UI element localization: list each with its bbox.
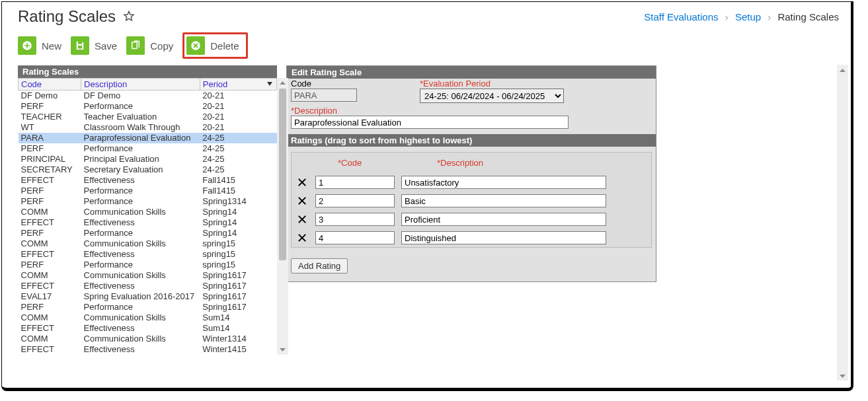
add-rating-button[interactable]: Add Rating: [291, 258, 348, 273]
cell-description: Paraprofessional Evaluation: [81, 133, 200, 143]
copy-button[interactable]: Copy: [126, 36, 173, 55]
save-button[interactable]: Save: [71, 36, 117, 55]
breadcrumb: Staff Evaluations › Setup › Rating Scale…: [644, 11, 839, 22]
rating-row[interactable]: [292, 192, 651, 210]
cell-description: Communication Skills: [81, 270, 200, 281]
table-row[interactable]: PERFPerformance20-21: [19, 101, 277, 112]
rating-code-input[interactable]: [315, 231, 395, 244]
cell-code: PRINCIPAL: [19, 154, 81, 164]
list-scrollbar[interactable]: [277, 78, 288, 355]
cell-code: COMM: [19, 312, 81, 323]
cell-description: Classroom Walk Through: [81, 122, 200, 133]
table-row[interactable]: COMMCommunication SkillsSpring1617: [19, 270, 277, 281]
cell-period: Spring1617: [200, 270, 276, 281]
table-row[interactable]: EFFECTEffectivenessSum14: [19, 323, 277, 334]
table-row[interactable]: EFFECTEffectivenessSpring1617: [19, 281, 277, 291]
scroll-down-icon[interactable]: [839, 372, 846, 379]
delete-row-icon[interactable]: [297, 196, 309, 206]
column-header-period[interactable]: Period: [200, 79, 276, 91]
table-row[interactable]: PERFPerformanceSpring1617: [19, 302, 277, 312]
cell-period: Winter1314: [200, 334, 276, 344]
cell-description: Performance: [81, 101, 200, 112]
table-row[interactable]: EFFECTEffectivenessspring15: [19, 249, 277, 260]
scrollbar-thumb[interactable]: [279, 89, 286, 260]
ratings-section-title: Ratings (drag to sort from highest to lo…: [287, 134, 656, 147]
code-input: [291, 89, 357, 102]
rating-row[interactable]: [292, 210, 651, 229]
toolbar: New Save Copy Delete: [2, 27, 851, 65]
rating-code-input[interactable]: [315, 194, 395, 207]
table-row[interactable]: PARAParaprofessional Evaluation24-25: [19, 133, 277, 143]
cell-code: COMM: [19, 334, 81, 344]
table-row[interactable]: WTClassroom Walk Through20-21: [19, 122, 277, 133]
scroll-up-icon[interactable]: [839, 66, 846, 73]
table-row[interactable]: PERFPerformanceSpring14: [19, 228, 277, 238]
page-scrollbar[interactable]: [837, 65, 848, 381]
cell-description: Communication Skills: [81, 334, 200, 344]
rating-description-input[interactable]: [401, 231, 606, 244]
cell-code: COMM: [19, 238, 81, 249]
cell-description: Performance: [81, 302, 200, 312]
cell-description: Communication Skills: [81, 238, 200, 249]
table-row[interactable]: PERFPerformancespring15: [19, 260, 277, 270]
table-row[interactable]: EFFECTEffectivenessWinter1415: [19, 344, 277, 355]
cell-description: Effectiveness: [81, 323, 200, 334]
table-row[interactable]: EFFECTEffectivenessFall1415: [19, 175, 277, 186]
cell-period: Spring14: [200, 217, 276, 228]
scroll-up-icon[interactable]: [279, 79, 286, 87]
table-row[interactable]: DF DemoDF Demo20-21: [19, 91, 277, 102]
rating-description-input[interactable]: [401, 194, 606, 207]
rating-row[interactable]: [292, 173, 651, 192]
table-row[interactable]: TEACHERTeacher Evaluation20-21: [19, 112, 277, 122]
table-row[interactable]: COMMCommunication SkillsWinter1314: [19, 334, 277, 344]
table-row[interactable]: PRINCIPALPrincipal Evaluation24-25: [19, 154, 277, 164]
rating-row[interactable]: [292, 229, 651, 247]
delete-button[interactable]: Delete: [186, 36, 239, 55]
cell-code: TEACHER: [19, 112, 81, 122]
cell-code: PERF: [19, 101, 81, 112]
rating-code-input[interactable]: [315, 176, 395, 189]
svg-rect-3: [78, 42, 82, 44]
cell-period: 24-25: [200, 133, 276, 143]
delete-row-icon[interactable]: [297, 214, 309, 225]
cell-description: Performance: [81, 143, 200, 154]
cell-period: Spring1617: [200, 281, 276, 291]
cell-description: Performance: [81, 186, 200, 196]
rating-description-input[interactable]: [401, 176, 606, 189]
rating-code-input[interactable]: [315, 213, 395, 226]
delete-row-icon[interactable]: [297, 233, 309, 243]
table-row[interactable]: COMMCommunication SkillsSum14: [19, 312, 277, 323]
description-input[interactable]: [291, 116, 569, 129]
delete-row-icon[interactable]: [297, 177, 309, 188]
breadcrumb-link-setup[interactable]: Setup: [735, 11, 761, 22]
table-row[interactable]: PERFPerformance24-25: [19, 143, 277, 154]
page-header: Rating Scales Staff Evaluations › Setup …: [2, 5, 851, 27]
new-button[interactable]: New: [18, 36, 61, 55]
cell-description: Effectiveness: [81, 217, 200, 228]
table-row[interactable]: COMMCommunication SkillsSpring14: [19, 207, 277, 217]
cell-period: Spring1314: [200, 196, 276, 207]
star-icon[interactable]: [122, 10, 136, 23]
table-row[interactable]: SECRETARYSecretary Evaluation24-25: [19, 164, 277, 175]
table-row[interactable]: PERFPerformanceSpring1314: [19, 196, 277, 207]
cell-description: Effectiveness: [81, 175, 200, 186]
column-header-code[interactable]: Code: [19, 79, 81, 91]
cell-description: Teacher Evaluation: [81, 112, 200, 122]
rating-description-input[interactable]: [401, 213, 606, 226]
cell-period: Spring14: [200, 207, 276, 217]
evaluation-period-select[interactable]: 24-25: 06/24/2024 - 06/24/2025: [420, 89, 564, 103]
sort-desc-icon: [267, 82, 272, 86]
column-header-description[interactable]: Description: [81, 79, 200, 91]
breadcrumb-link-staff-evaluations[interactable]: Staff Evaluations: [644, 11, 718, 22]
cell-code: COMM: [19, 270, 81, 281]
cell-code: EVAL17: [19, 291, 81, 302]
save-icon: [71, 36, 89, 55]
evaluation-period-label: *Evaluation Period: [420, 79, 564, 89]
table-row[interactable]: EFFECTEffectivenessSpring14: [19, 217, 277, 228]
table-row[interactable]: PERFPerformanceFall1415: [19, 186, 277, 196]
cell-description: Effectiveness: [81, 281, 200, 291]
scroll-down-icon[interactable]: [279, 346, 286, 353]
table-row[interactable]: COMMCommunication Skillsspring15: [19, 238, 277, 249]
rating-scales-table: Code Description Period DF DemoDF Demo20…: [18, 78, 277, 355]
table-row[interactable]: EVAL17Spring Evaluation 2016-2017Spring1…: [19, 291, 277, 302]
